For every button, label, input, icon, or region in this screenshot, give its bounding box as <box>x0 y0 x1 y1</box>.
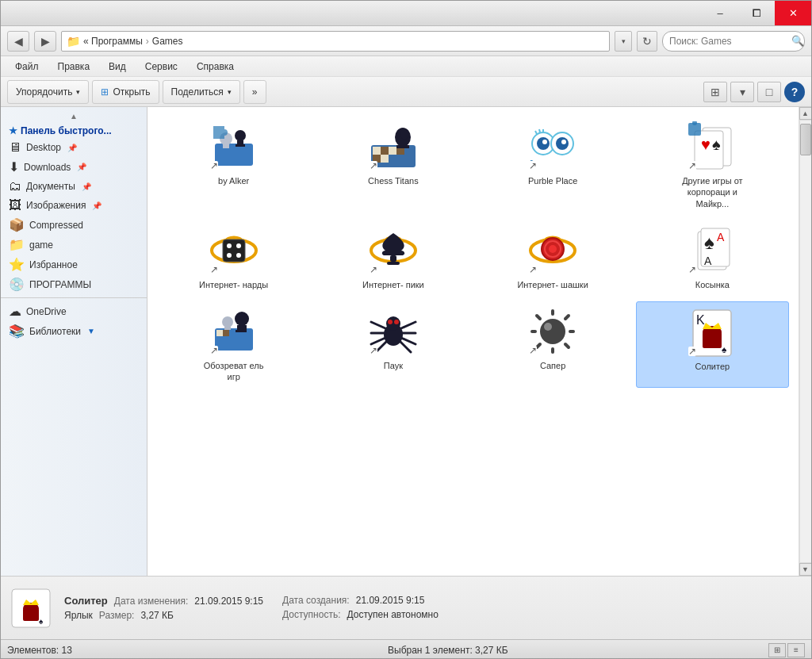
svg-point-46 <box>549 245 557 253</box>
purble-place-icon: ↗ <box>527 121 578 172</box>
back-button[interactable]: ◀ <box>7 31 29 52</box>
sidebar-item-favorites[interactable]: ⭐ Избранное <box>1 255 147 274</box>
svg-rect-89 <box>23 608 39 621</box>
sidebar-programs-label: ПРОГРАММЫ <box>29 279 91 290</box>
scrollbar: ▲ ▼ <box>799 107 811 576</box>
search-box[interactable]: 🔍 <box>662 31 805 52</box>
status-available-row: Доступность: Доступен автономно <box>282 609 439 620</box>
open-icon: ⊞ <box>101 86 109 98</box>
sidebar-item-programs[interactable]: 💿 ПРОГРАММЫ <box>1 274 147 294</box>
status-created-row: Дата создания: 21.09.2015 9:15 <box>282 595 439 606</box>
refresh-button[interactable]: ↻ <box>637 31 657 52</box>
status-col-right: Дата создания: 21.09.2015 9:15 Доступнос… <box>282 595 439 621</box>
file-other-games[interactable]: ♥ ♠ ↗ Другие игры от корпораци и Майкр..… <box>636 117 789 214</box>
bottom-bar: Элементов: 13 Выбран 1 элемент: 3,27 КБ … <box>1 639 811 659</box>
sidebar-item-downloads[interactable]: ⬇ Downloads 📌 <box>1 157 147 177</box>
svg-rect-0 <box>215 144 253 166</box>
scroll-up-button[interactable]: ▲ <box>799 107 812 120</box>
internet-nards-icon: ↗ <box>209 225 259 276</box>
file-chess-titans[interactable]: ↗ Chess Titans <box>316 117 469 214</box>
images-icon: 🖼 <box>9 198 21 213</box>
bottom-view-grid[interactable]: ⊞ <box>768 643 786 657</box>
star-icon: ★ <box>9 125 17 136</box>
svg-point-21 <box>561 140 566 144</box>
menu-edit[interactable]: Правка <box>50 59 98 74</box>
sidebar-item-desktop[interactable]: 🖥 Desktop 📌 <box>1 138 147 157</box>
sidebar-scroll-up[interactable]: ▲ <box>1 110 147 122</box>
maximize-button[interactable]: ⧠ <box>738 1 775 25</box>
pauk-label: Паук <box>384 360 403 371</box>
pin-icon-4: 📌 <box>92 201 102 210</box>
internet-shashki-icon: ↗ <box>527 225 578 276</box>
internet-piki-icon: ↗ <box>368 225 419 276</box>
file-saper[interactable]: ↗ Сапер <box>477 301 630 388</box>
help-button[interactable]: ? <box>784 82 805 102</box>
forward-button[interactable]: ▶ <box>34 31 56 52</box>
shortcut-arrow-12: ↗ <box>688 347 696 356</box>
main-area: ▲ ★ Панель быстрого... 🖥 Desktop 📌 ⬇ Dow… <box>1 107 811 576</box>
svg-text:A: A <box>704 255 712 267</box>
pin-icon-3: 📌 <box>82 182 91 191</box>
scrollbar-thumb[interactable] <box>800 124 811 155</box>
menu-service[interactable]: Сервис <box>137 59 186 74</box>
svg-rect-7 <box>373 147 381 155</box>
sidebar-item-documents[interactable]: 🗂 Документы 📌 <box>1 177 147 196</box>
sidebar-item-game[interactable]: 📁 game <box>1 235 147 255</box>
file-internet-piki[interactable]: ↗ Интернет- пики <box>316 220 469 295</box>
search-input[interactable] <box>669 36 788 47</box>
layout-button[interactable]: □ <box>757 82 781 102</box>
status-item-name: Солитер <box>64 595 108 607</box>
svg-rect-53 <box>216 330 223 336</box>
file-internet-shashki[interactable]: ↗ Интернет- шашки <box>477 220 630 295</box>
file-solitaire[interactable]: K ♠ ↗ Солитер <box>636 301 789 388</box>
documents-icon: 🗂 <box>9 179 21 193</box>
share-button[interactable]: Поделиться ▾ <box>163 80 240 104</box>
menu-view[interactable]: Вид <box>101 59 134 74</box>
status-created-label: Дата создания: <box>282 595 350 606</box>
minimize-button[interactable]: – <box>702 1 738 25</box>
bottom-view-list[interactable]: ≡ <box>787 643 805 657</box>
svg-line-22 <box>535 131 537 134</box>
svg-line-68 <box>401 322 416 328</box>
file-obozrevatel[interactable]: ↗ Обозреват ель игр <box>157 301 310 388</box>
svg-text:♠: ♠ <box>722 344 727 355</box>
svg-text:♠: ♠ <box>39 617 44 626</box>
close-button[interactable]: ✕ <box>775 1 811 25</box>
file-by-alker[interactable]: ↗ by Alker <box>157 117 310 214</box>
view-arrow-button[interactable]: ▾ <box>730 82 754 102</box>
svg-point-55 <box>222 316 233 328</box>
svg-text:♠: ♠ <box>712 136 721 153</box>
status-bar: ♠ Солитер Дата изменения: 21.09.2015 9:1… <box>1 576 811 639</box>
view-options-button[interactable]: ⊞ <box>703 82 727 102</box>
other-games-label: Другие игры от корпораци и Майкр... <box>676 175 748 209</box>
organize-arrow: ▾ <box>76 88 80 96</box>
sidebar-images-label: Изображения <box>26 200 86 211</box>
address-path[interactable]: 📁 « Программы › Games <box>61 31 610 52</box>
file-kosinka[interactable]: ♠ A A ↗ Косынка <box>636 220 789 295</box>
quick-access-label: Панель быстрого... <box>21 125 112 136</box>
more-button[interactable]: » <box>243 80 266 104</box>
svg-point-37 <box>236 253 241 258</box>
sidebar-item-images[interactable]: 🖼 Изображения 📌 <box>1 196 147 215</box>
open-button[interactable]: ⊞ Открыть <box>92 80 159 104</box>
search-icon: 🔍 <box>791 35 804 47</box>
sidebar-item-compressed[interactable]: 📦 Compressed <box>1 215 147 235</box>
menu-help[interactable]: Справка <box>189 59 242 74</box>
file-purble-place[interactable]: ↗ Purble Place <box>477 117 630 214</box>
title-bar: – ⧠ ✕ <box>1 1 811 26</box>
address-dropdown[interactable]: ▾ <box>615 31 632 52</box>
sidebar-item-onedrive[interactable]: ☁ OneDrive <box>1 301 147 321</box>
scroll-down-button[interactable]: ▼ <box>799 563 812 576</box>
path-part1: « Программы <box>83 36 143 47</box>
svg-point-20 <box>542 140 547 144</box>
svg-rect-54 <box>223 330 229 336</box>
svg-rect-40 <box>390 255 396 262</box>
sidebar-item-libraries[interactable]: 📚 Библиотеки ▼ <box>1 321 147 341</box>
pin-icon-2: 📌 <box>77 163 86 171</box>
file-pauk[interactable]: ↗ Паук <box>316 301 469 388</box>
file-internet-nards[interactable]: ↗ Интернет- нарды <box>157 220 310 295</box>
path-separator: › <box>146 36 149 47</box>
menu-file[interactable]: Файл <box>7 59 47 74</box>
scrollbar-track[interactable] <box>799 120 812 563</box>
organize-button[interactable]: Упорядочить ▾ <box>7 80 89 104</box>
